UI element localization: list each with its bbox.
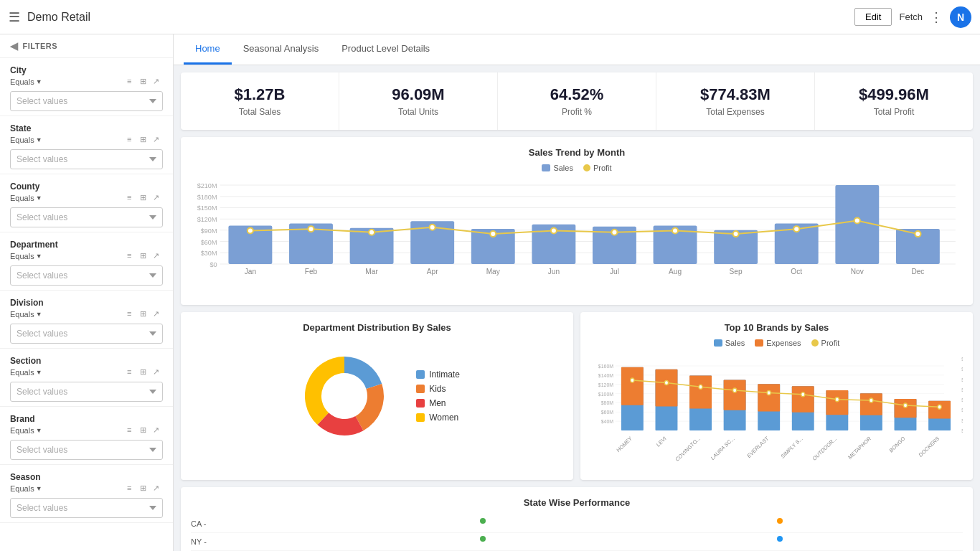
svg-text:Jul: Jul bbox=[610, 268, 619, 276]
more-options-button[interactable]: ⋮ bbox=[930, 9, 943, 25]
svg-text:Oct: Oct bbox=[791, 268, 802, 276]
svg-point-42 bbox=[369, 230, 374, 235]
brands-title: Top 10 Brands by Sales bbox=[590, 322, 963, 333]
kpi-row: $1.27B Total Sales 96.09M Total Units 64… bbox=[181, 72, 973, 130]
filter-icon-1[interactable]: ≡ bbox=[127, 425, 137, 435]
filter-icon-3[interactable]: ↗ bbox=[153, 484, 163, 494]
filter-equals[interactable]: Equals ▼ bbox=[10, 194, 42, 202]
filter-label: Department bbox=[10, 240, 163, 250]
filter-equals[interactable]: Equals ▼ bbox=[10, 252, 42, 260]
filter-select[interactable]: Select values bbox=[10, 324, 163, 344]
svg-text:$30M: $30M bbox=[201, 250, 217, 257]
svg-text:$20M: $20M bbox=[961, 408, 963, 413]
filter-label: Section bbox=[10, 356, 163, 366]
filter-icon-3[interactable]: ↗ bbox=[153, 135, 163, 145]
main-layout: ◀ FILTERS City Equals ▼ ≡ ⊞ ↗ Select val… bbox=[0, 34, 980, 551]
sidebar-toggle-icon[interactable]: ◀ bbox=[10, 40, 19, 52]
svg-text:$180M: $180M bbox=[197, 194, 217, 201]
svg-rect-78 bbox=[656, 369, 678, 407]
filter-icon-3[interactable]: ↗ bbox=[153, 425, 163, 435]
filter-icon-2[interactable]: ⊞ bbox=[140, 193, 150, 203]
svg-text:Apr: Apr bbox=[427, 268, 438, 276]
filter-equals[interactable]: Equals ▼ bbox=[10, 77, 42, 86]
kpi-card-total-units: 96.09M Total Units bbox=[339, 72, 498, 130]
filter-select[interactable]: Select values bbox=[10, 207, 163, 227]
filter-icon-2[interactable]: ⊞ bbox=[140, 484, 150, 494]
filter-equals[interactable]: Equals ▼ bbox=[10, 426, 42, 435]
svg-rect-87 bbox=[758, 384, 780, 411]
filter-icons: ≡ ⊞ ↗ bbox=[127, 193, 163, 203]
brands-legend-expenses: Expenses bbox=[755, 339, 801, 347]
tab-product-level-details[interactable]: Product Level Details bbox=[330, 34, 441, 65]
filter-equals[interactable]: Equals ▼ bbox=[10, 136, 42, 144]
filter-label: County bbox=[10, 182, 163, 192]
filter-icon-3[interactable]: ↗ bbox=[153, 251, 163, 261]
filter-select[interactable]: Select values bbox=[10, 498, 163, 518]
filter-icon-2[interactable]: ⊞ bbox=[140, 367, 150, 377]
svg-text:Feb: Feb bbox=[305, 268, 318, 276]
filter-equals[interactable]: Equals ▼ bbox=[10, 310, 42, 319]
svg-text:DOCKERS: DOCKERS bbox=[918, 435, 941, 458]
filter-icon-1[interactable]: ≡ bbox=[127, 135, 137, 145]
filter-icon-1[interactable]: ≡ bbox=[127, 251, 137, 261]
filter-label: Division bbox=[10, 298, 163, 308]
donut-legend-item-men: Men bbox=[416, 398, 460, 408]
filter-sub-row: Equals ▼ ≡ ⊞ ↗ bbox=[10, 425, 163, 435]
filter-select[interactable]: Select values bbox=[10, 440, 163, 460]
filter-equals[interactable]: Equals ▼ bbox=[10, 484, 42, 493]
filter-icon-2[interactable]: ⊞ bbox=[140, 77, 150, 87]
state-dot bbox=[777, 536, 783, 542]
tab-home[interactable]: Home bbox=[184, 34, 232, 65]
filter-group-county: County Equals ▼ ≡ ⊞ ↗ Select values bbox=[0, 174, 173, 232]
filter-icon-3[interactable]: ↗ bbox=[153, 367, 163, 377]
kpi-value: 64.52% bbox=[508, 85, 646, 104]
svg-text:METAPHOR: METAPHOR bbox=[847, 435, 872, 461]
filter-select[interactable]: Select values bbox=[10, 91, 163, 111]
svg-text:$40M: $40M bbox=[601, 418, 613, 425]
filter-equals[interactable]: Equals ▼ bbox=[10, 368, 42, 377]
filter-label: Season bbox=[10, 472, 163, 482]
filter-icon-3[interactable]: ↗ bbox=[153, 77, 163, 87]
filter-icon-2[interactable]: ⊞ bbox=[140, 251, 150, 261]
state-rows: CA - NY - bbox=[191, 515, 963, 551]
legend-label: Men bbox=[429, 398, 446, 408]
filter-icon-1[interactable]: ≡ bbox=[127, 309, 137, 319]
kpi-card-total-profit: $499.96M Total Profit bbox=[815, 72, 973, 130]
filter-icons: ≡ ⊞ ↗ bbox=[127, 77, 163, 87]
filter-icon-1[interactable]: ≡ bbox=[127, 77, 137, 87]
filter-select[interactable]: Select values bbox=[10, 149, 163, 169]
svg-text:SIMPLY S...: SIMPLY S... bbox=[780, 435, 804, 460]
menu-icon[interactable]: ☰ bbox=[9, 9, 20, 25]
sidebar: ◀ FILTERS City Equals ▼ ≡ ⊞ ↗ Select val… bbox=[0, 34, 174, 551]
filter-sub-row: Equals ▼ ≡ ⊞ ↗ bbox=[10, 367, 163, 377]
filter-select[interactable]: Select values bbox=[10, 382, 163, 402]
kpi-label: Profit % bbox=[508, 107, 646, 117]
filter-icon-1[interactable]: ≡ bbox=[127, 484, 137, 494]
fetch-button[interactable]: Fetch bbox=[899, 11, 923, 22]
brands-legend-profit: Profit bbox=[811, 339, 840, 347]
kpi-card-total-sales: $1.27B Total Sales bbox=[181, 72, 339, 130]
filter-icons: ≡ ⊞ ↗ bbox=[127, 425, 163, 435]
svg-point-108 bbox=[767, 391, 771, 395]
donut-legend-item-intimate: Intimate bbox=[416, 369, 460, 380]
filter-select[interactable]: Select values bbox=[10, 265, 163, 286]
filter-icon-1[interactable]: ≡ bbox=[127, 367, 137, 377]
edit-button[interactable]: Edit bbox=[854, 8, 892, 26]
filter-icon-2[interactable]: ⊞ bbox=[140, 425, 150, 435]
kpi-label: Total Units bbox=[349, 107, 487, 117]
filter-icon-3[interactable]: ↗ bbox=[153, 309, 163, 319]
filter-icon-3[interactable]: ↗ bbox=[153, 193, 163, 203]
filter-sub-row: Equals ▼ ≡ ⊞ ↗ bbox=[10, 309, 163, 319]
filter-icon-2[interactable]: ⊞ bbox=[140, 309, 150, 319]
sales-trend-title: Sales Trend by Month bbox=[191, 147, 963, 158]
kpi-card-total-expenses: $774.83M Total Expenses bbox=[656, 72, 815, 130]
tab-seasonal-analysis[interactable]: Seasonal Analysis bbox=[232, 34, 331, 65]
svg-rect-75 bbox=[621, 367, 644, 405]
svg-text:$10M: $10M bbox=[961, 428, 963, 433]
filter-icon-1[interactable]: ≡ bbox=[127, 193, 137, 203]
kpi-value: $774.83M bbox=[666, 85, 804, 104]
svg-text:Jan: Jan bbox=[245, 268, 256, 276]
filter-icon-2[interactable]: ⊞ bbox=[140, 135, 150, 145]
state-dot bbox=[480, 518, 486, 524]
sales-trend-legend: SalesProfit bbox=[191, 164, 963, 172]
